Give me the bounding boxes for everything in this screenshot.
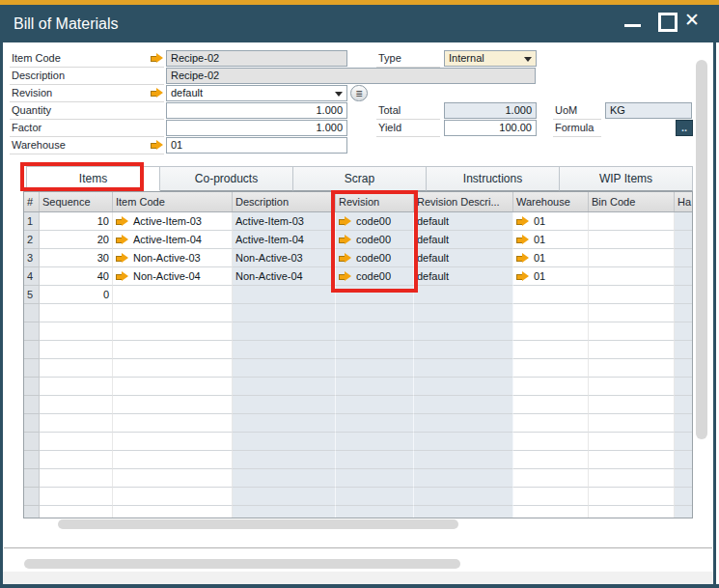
grid-cell-r6-c1[interactable] <box>40 322 113 341</box>
grid-cell-r1-c1[interactable]: 20 <box>40 231 113 249</box>
grid-cell-r4-c6[interactable] <box>513 286 589 304</box>
grid-cell-r15-c3[interactable] <box>233 488 336 506</box>
grid-cell-r6-c7[interactable] <box>589 322 675 341</box>
grid-cell-r2-c8[interactable] <box>675 249 693 267</box>
grid-cell-r9-c8[interactable] <box>675 378 693 396</box>
grid-cell-r16-c8[interactable] <box>675 506 693 518</box>
grid-cell-r6-c4[interactable] <box>336 322 414 341</box>
grid-cell-r4-c4[interactable] <box>336 286 414 304</box>
grid-cell-r12-c5[interactable] <box>414 433 513 451</box>
grid-cell-r15-c8[interactable] <box>675 488 693 506</box>
grid-cell-r0-c4[interactable]: code00 <box>336 212 414 231</box>
grid-cell-r5-c5[interactable] <box>414 304 513 322</box>
grid-cell-r7-c6[interactable] <box>513 341 589 359</box>
grid-cell-r6-c2[interactable] <box>113 322 233 341</box>
grid-cell-r13-c7[interactable] <box>589 451 675 469</box>
grid-cell-r9-c3[interactable] <box>233 378 336 396</box>
grid-cell-r16-c6[interactable] <box>513 506 589 518</box>
grid-cell-r0-c3[interactable]: Active-Item-03 <box>233 212 336 231</box>
grid-cell-r5-c8[interactable] <box>675 304 693 322</box>
grid-cell-r13-c4[interactable] <box>336 451 414 469</box>
grid-cell-r12-c7[interactable] <box>589 433 675 451</box>
grid-cell-r14-c4[interactable] <box>336 469 414 488</box>
grid-cell-r12-c1[interactable] <box>40 433 113 451</box>
window-horizontal-scrollbar-thumb[interactable] <box>24 559 460 569</box>
grid-cell-r0-c1[interactable]: 10 <box>40 212 113 231</box>
grid-cell-r5-c1[interactable] <box>40 304 113 322</box>
link-arrow-icon[interactable] <box>339 216 352 226</box>
description-field[interactable]: Recipe-02 <box>166 68 536 84</box>
grid-header-sequence[interactable]: Sequence <box>40 192 113 211</box>
tab-scrap[interactable]: Scrap <box>292 166 427 191</box>
grid-cell-r1-c4[interactable]: code00 <box>336 231 414 249</box>
grid-cell-r13-c6[interactable] <box>513 451 589 469</box>
grid-cell-r16-c3[interactable] <box>233 506 336 518</box>
window-vertical-scrollbar-thumb[interactable] <box>696 60 707 439</box>
grid-cell-r15-c5[interactable] <box>414 488 513 506</box>
grid-cell-r4-c5[interactable] <box>414 286 513 304</box>
grid-cell-r14-c6[interactable] <box>513 469 589 488</box>
tab-items[interactable]: Items <box>26 166 160 191</box>
grid-cell-r11-c4[interactable] <box>336 414 414 433</box>
grid-header-item-code[interactable]: Item Code <box>113 192 233 211</box>
grid-cell-r9-c5[interactable] <box>414 378 513 396</box>
maximize-button[interactable] <box>658 13 678 32</box>
grid-cell-r2-c1[interactable]: 30 <box>40 249 113 267</box>
close-button[interactable]: ✕ <box>684 9 700 32</box>
grid-header-revision-descri-[interactable]: Revision Descri... <box>414 192 513 211</box>
grid-cell-r0-c5[interactable]: default <box>414 212 513 231</box>
grid-cell-r9-c4[interactable] <box>336 378 414 396</box>
grid-cell-r10-c7[interactable] <box>589 396 675 414</box>
grid-cell-r16-c7[interactable] <box>589 506 675 518</box>
tab-co-products[interactable]: Co-products <box>159 166 293 191</box>
grid-cell-r3-c7[interactable] <box>589 267 675 286</box>
warehouse-field[interactable]: 01 <box>166 137 347 154</box>
grid-cell-r8-c3[interactable] <box>233 359 336 378</box>
grid-cell-r16-c2[interactable] <box>113 506 233 518</box>
grid-cell-r4-c7[interactable] <box>589 286 675 304</box>
link-arrow-icon[interactable] <box>516 271 530 281</box>
grid-cell-r9-c7[interactable] <box>589 378 675 396</box>
grid-cell-r1-c6[interactable]: 01 <box>513 231 589 249</box>
grid-cell-r0-c2[interactable]: Active-Item-03 <box>113 212 233 231</box>
grid-cell-r10-c6[interactable] <box>513 396 589 414</box>
grid-header-revision[interactable]: Revision <box>336 192 414 211</box>
grid-cell-r10-c8[interactable] <box>675 396 693 414</box>
link-arrow-icon[interactable] <box>116 216 129 226</box>
link-arrow-icon[interactable] <box>339 235 352 244</box>
grid-cell-r15-c7[interactable] <box>589 488 675 506</box>
table-horizontal-scrollbar-thumb[interactable] <box>58 519 458 529</box>
grid-cell-r11-c5[interactable] <box>414 414 513 433</box>
grid-cell-r12-c2[interactable] <box>113 433 233 451</box>
grid-cell-r4-c2[interactable] <box>113 286 233 304</box>
grid-cell-r7-c3[interactable] <box>233 341 336 359</box>
formula-browse-button[interactable]: .. <box>676 120 693 136</box>
grid-cell-r2-c6[interactable]: 01 <box>513 249 589 267</box>
grid-cell-r1-c2[interactable]: Active-Item-04 <box>113 231 233 249</box>
revision-menu-button[interactable]: ≡ <box>350 85 368 101</box>
grid-cell-r2-c3[interactable]: Non-Active-03 <box>233 249 336 267</box>
grid-header--[interactable]: # <box>24 192 40 211</box>
grid-cell-r4-c1[interactable]: 0 <box>40 286 113 304</box>
grid-header-ha[interactable]: Ha <box>675 192 693 211</box>
grid-cell-r4-c3[interactable] <box>233 286 336 304</box>
grid-cell-r2-c4[interactable]: code00 <box>336 249 414 267</box>
factor-field[interactable]: 1.000 <box>166 120 347 136</box>
revision-dropdown[interactable]: default <box>166 85 347 101</box>
grid-cell-r13-c8[interactable] <box>675 451 693 469</box>
grid-cell-r5-c7[interactable] <box>589 304 675 322</box>
link-arrow-icon[interactable] <box>516 235 530 244</box>
grid-cell-r13-c1[interactable] <box>40 451 113 469</box>
grid-cell-r7-c8[interactable] <box>675 341 693 359</box>
grid-cell-r16-c4[interactable] <box>336 506 414 518</box>
grid-cell-r6-c3[interactable] <box>233 322 336 341</box>
grid-cell-r15-c2[interactable] <box>113 488 233 506</box>
grid-cell-r12-c3[interactable] <box>233 433 336 451</box>
revision-link-arrow-icon[interactable] <box>151 88 164 98</box>
grid-cell-r12-c8[interactable] <box>675 433 693 451</box>
grid-cell-r3-c6[interactable]: 01 <box>513 267 589 286</box>
grid-cell-r3-c1[interactable]: 40 <box>40 267 113 286</box>
grid-cell-r15-c6[interactable] <box>513 488 589 506</box>
grid-cell-r12-c4[interactable] <box>336 433 414 451</box>
link-arrow-icon[interactable] <box>339 271 352 281</box>
